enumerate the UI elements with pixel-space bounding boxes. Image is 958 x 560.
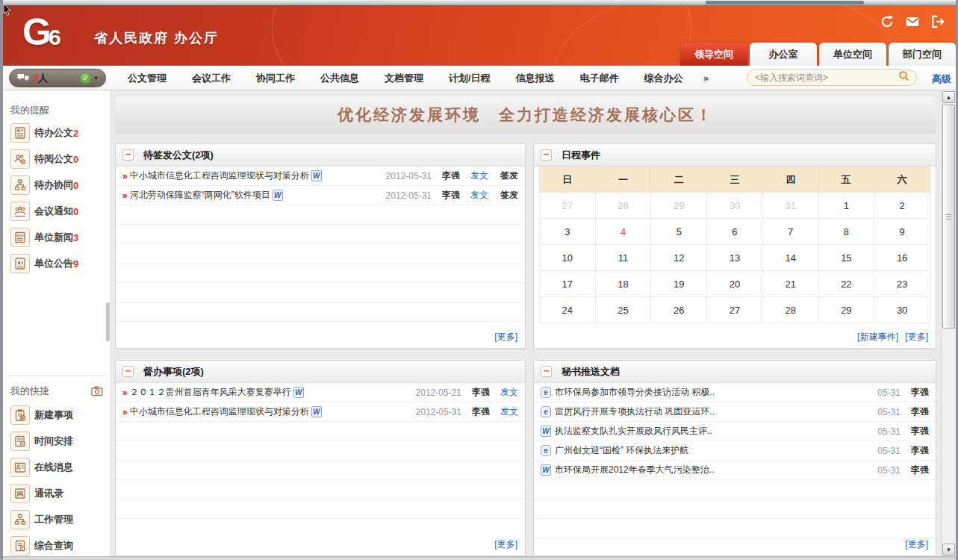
calendar-day[interactable]: 21 (762, 271, 818, 297)
calendar-day[interactable]: 20 (707, 271, 763, 297)
calendar-day[interactable]: 23 (874, 271, 930, 297)
menu-item-email[interactable]: 电子邮件 (567, 72, 632, 85)
new-event-link[interactable]: [新建事件] (857, 332, 898, 342)
sidebar-item-unit-news[interactable]: NEWS 单位新闻3 (10, 227, 106, 248)
menu-item-info-report[interactable]: 信息报送 (503, 72, 567, 85)
collapse-icon[interactable]: − (541, 149, 552, 161)
weekday-header: 三 (707, 167, 763, 193)
sidebar-item-work-management[interactable]: 工作管理 (10, 509, 106, 530)
calendar-day[interactable]: 31 (762, 193, 818, 219)
calendar-day[interactable]: 1 (818, 193, 874, 219)
calendar-day[interactable]: 10 (540, 245, 596, 271)
word-doc-icon: W (311, 406, 322, 417)
search-input[interactable] (753, 72, 898, 84)
send-doc-link[interactable]: 发文 (500, 386, 518, 399)
more-link[interactable]: [更多] (905, 538, 928, 551)
search-icon[interactable] (898, 70, 910, 85)
calendar-day[interactable]: 16 (874, 245, 930, 271)
sidebar-scrollbar-thumb[interactable] (106, 302, 110, 341)
chevron-bullet-icon: » (122, 171, 128, 181)
calendar-day[interactable]: 2 (874, 193, 930, 219)
sidebar-item-contacts[interactable]: 通讯录 (10, 483, 106, 504)
sidebar-item-unread-docs[interactable]: 待阅公文0 (10, 149, 106, 169)
more-link[interactable]: [更多] (494, 331, 517, 343)
calendar-day[interactable]: 19 (651, 271, 707, 297)
sidebar-item-new-item[interactable]: 新建事项 (10, 405, 106, 426)
menu-item-meeting-work[interactable]: 会议工作 (179, 72, 243, 85)
sidebar-item-todo-collab[interactable]: 待办协同0 (10, 175, 106, 196)
window-titlebar (3, 0, 956, 5)
calendar-day[interactable]: 18 (595, 271, 651, 297)
titlebar-segment (706, 1, 864, 4)
calendar-day[interactable]: 30 (874, 297, 930, 323)
calendar-day[interactable]: 24 (540, 297, 596, 323)
calendar-day[interactable]: 28 (595, 193, 651, 219)
advanced-search-link[interactable]: 高级 (932, 72, 951, 86)
sidebar-item-todo-docs[interactable]: 待办公文2 (10, 122, 106, 143)
word-doc-icon: W (311, 170, 322, 181)
calendar-day[interactable]: 6 (707, 219, 763, 245)
calendar-day[interactable]: 15 (818, 245, 874, 271)
calendar-day[interactable]: 9 (874, 219, 930, 245)
sidebar-item-schedule[interactable]: 时间安排 (10, 431, 106, 452)
calendar-day[interactable]: 30 (707, 193, 763, 219)
menu-item-document-management[interactable]: 公文管理 (115, 72, 179, 85)
collapse-icon[interactable]: − (122, 149, 134, 161)
collapse-icon[interactable]: − (122, 366, 134, 377)
more-link[interactable]: [更多] (905, 332, 928, 342)
sign-issue-link[interactable]: 签发 (500, 189, 518, 202)
calendar-day[interactable]: 22 (818, 271, 874, 297)
camera-icon[interactable] (88, 383, 106, 399)
calendar-day[interactable]: 17 (540, 271, 596, 297)
tab-office[interactable]: 办公室 (750, 43, 817, 66)
calendar-day[interactable]: 29 (651, 193, 707, 219)
sidebar-item-online-message[interactable]: 在线消息 (10, 457, 106, 478)
calendar-day[interactable]: 8 (818, 219, 874, 245)
calendar-day-highlight[interactable]: 4 (595, 219, 651, 245)
online-users-button[interactable]: 3 人 ✓ ▼ (9, 69, 106, 87)
calendar-day[interactable]: 27 (540, 193, 596, 219)
tab-department-space[interactable]: 部门空间 (889, 43, 956, 66)
menu-item-collaboration[interactable]: 协同工作 (243, 72, 308, 85)
calendar-day[interactable]: 13 (707, 245, 763, 271)
sidebar-item-unit-announcement[interactable]: 单位公告9 (10, 253, 106, 274)
send-doc-link[interactable]: 发文 (470, 169, 488, 182)
menu-item-general-office[interactable]: 综合办公 (632, 72, 696, 85)
menu-item-file-management[interactable]: 文档管理 (372, 72, 436, 85)
menu-item-public-info[interactable]: 公共信息 (308, 72, 372, 85)
vertical-scrollbar[interactable]: ▲ ▼ (941, 90, 956, 556)
calendar-day[interactable]: 3 (540, 219, 596, 245)
calendar-day[interactable]: 12 (651, 245, 707, 271)
schedule-icon (10, 432, 30, 451)
calendar-day[interactable]: 7 (762, 219, 818, 245)
calendar-day[interactable]: 28 (762, 297, 818, 323)
sidebar-item-meeting-notice[interactable]: 会议通知0 (10, 201, 106, 222)
more-link[interactable]: [更多] (494, 538, 517, 551)
logout-icon[interactable] (930, 14, 945, 32)
send-doc-link[interactable]: 发文 (470, 189, 488, 202)
tab-unit-space[interactable]: 单位空间 (819, 43, 886, 66)
sign-issue-link[interactable]: 签发 (500, 169, 518, 182)
calendar-day[interactable]: 27 (707, 297, 763, 323)
sidebar-divider (6, 376, 108, 376)
menu-item-plan-schedule[interactable]: 计划/日程 (436, 72, 503, 85)
send-doc-link[interactable]: 发文 (500, 405, 518, 418)
calendar-day[interactable]: 29 (818, 297, 874, 323)
contacts-icon (10, 484, 30, 503)
scroll-up-arrow-icon[interactable]: ▲ (942, 91, 955, 103)
calendar-day[interactable]: 26 (651, 297, 707, 323)
pending-sign-panel: − 待签发公文(2项) » 中小城市信息化工程咨询监理现状与对策分析 W 201… (115, 143, 526, 349)
menu-more-arrow[interactable]: » (696, 72, 716, 84)
scrollbar-thumb[interactable] (942, 105, 955, 329)
collapse-icon[interactable]: − (541, 366, 552, 377)
refresh-icon[interactable] (880, 14, 895, 32)
calendar-day[interactable]: 5 (651, 219, 707, 245)
scroll-down-arrow-icon[interactable]: ▼ (942, 544, 955, 556)
calendar-day[interactable]: 11 (595, 245, 651, 271)
empty-row (534, 500, 936, 519)
calendar-day[interactable]: 25 (595, 297, 651, 323)
tab-leader-space[interactable]: 领导空间 (680, 43, 747, 66)
mail-icon[interactable] (905, 14, 920, 32)
sidebar-item-general-query[interactable]: 综合查询 (10, 535, 106, 556)
calendar-day[interactable]: 14 (762, 245, 818, 271)
